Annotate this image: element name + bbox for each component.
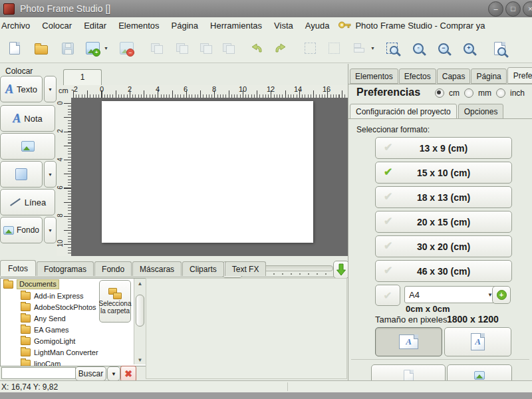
menu-colocar[interactable]: Colocar xyxy=(36,18,78,33)
tab-fotos[interactable]: Fotos xyxy=(0,260,36,276)
menu-editar[interactable]: Editar xyxy=(78,18,112,33)
save-icon xyxy=(62,43,74,55)
image-tool-button[interactable] xyxy=(0,133,55,160)
add-format-button[interactable]: + xyxy=(492,286,511,304)
buy-now-menu-item[interactable]: Photo Frame Studio - Comprar ya xyxy=(335,21,485,31)
search-button[interactable]: Buscar xyxy=(75,366,106,381)
format-18x13-button[interactable]: ✔18 x 13 (cm) xyxy=(375,186,512,208)
maximize-button[interactable]: □ xyxy=(505,1,521,17)
landscape-orientation-button[interactable]: A xyxy=(375,327,442,356)
scroll-down-icon[interactable]: ▼ xyxy=(134,355,146,364)
tree-item-label: LightMan Converter xyxy=(34,348,98,356)
zoom-selection-button[interactable] xyxy=(382,39,401,58)
menu-archivo[interactable]: Archivo xyxy=(0,18,36,33)
scroll-up-icon[interactable]: ▲ xyxy=(134,279,146,288)
tab-elementos[interactable]: Elementos xyxy=(350,68,398,84)
search-input[interactable] xyxy=(1,367,76,379)
clear-search-button[interactable]: ✖ xyxy=(120,366,136,382)
tree-item[interactable]: GomigoLight xyxy=(1,335,146,346)
note-tool-label: Nota xyxy=(24,114,42,124)
format-20x15-button[interactable]: ✔20 x 15 (cm) xyxy=(375,211,512,233)
format-30x20-button[interactable]: ✔30 x 20 (cm) xyxy=(375,235,512,257)
search-dropdown[interactable]: ▼ xyxy=(107,366,120,381)
paste-button[interactable] xyxy=(173,39,192,58)
menu-elementos[interactable]: Elementos xyxy=(112,18,165,33)
tab-capas[interactable]: Capas xyxy=(437,68,471,84)
radio-inch[interactable] xyxy=(496,88,505,98)
new-document-button[interactable] xyxy=(5,39,24,58)
background-tool-dropdown[interactable]: ▼ xyxy=(44,217,57,243)
page-tab-1[interactable]: 1 xyxy=(63,69,102,86)
note-tool-button[interactable]: ANota xyxy=(0,105,55,132)
copy-button[interactable] xyxy=(148,39,166,58)
tab-preferencias[interactable]: Preferencias xyxy=(507,67,532,84)
add-photo-button[interactable]: + xyxy=(83,39,102,58)
format-label: 13 x 9 (cm) xyxy=(420,143,467,154)
format-label: 30 x 20 (cm) xyxy=(417,241,470,252)
zoom-out-button[interactable]: − xyxy=(434,39,453,58)
format-46x30-button[interactable]: ✔46 x 30 (cm) xyxy=(375,260,512,282)
tab-efectos[interactable]: Efectos xyxy=(399,68,436,84)
tree-item[interactable]: LightMan Converter xyxy=(1,346,146,358)
document-page[interactable] xyxy=(102,101,313,243)
format-15x10-button[interactable]: ✔15 x 10 (cm) xyxy=(375,162,512,184)
photo-thumbnails-area[interactable] xyxy=(146,278,347,379)
menu-pagina[interactable]: Página xyxy=(166,18,204,33)
text-tool-button[interactable]: ATexto xyxy=(0,76,43,102)
select-folder-button[interactable]: Selecciona la carpeta xyxy=(99,280,131,323)
tree-item[interactable]: EA Games xyxy=(1,324,146,335)
delete-photo-button[interactable]: – xyxy=(117,39,136,58)
background-icon xyxy=(3,226,14,235)
scrollbar-thumb[interactable] xyxy=(136,295,144,327)
custom-format-check-button[interactable]: ✔ xyxy=(375,285,400,306)
paper-size-select[interactable]: A4 ▼ xyxy=(404,286,497,303)
folder-icon xyxy=(3,281,13,289)
shape-tool-dropdown[interactable]: ▼ xyxy=(44,161,57,188)
portrait-orientation-button[interactable]: A xyxy=(444,327,511,356)
select-region-button[interactable] xyxy=(301,39,319,58)
canvas-workspace[interactable] xyxy=(71,98,348,256)
text-tool-dropdown[interactable]: ▼ xyxy=(44,76,57,102)
undo-button[interactable] xyxy=(247,39,266,58)
format-13x9-button[interactable]: ✔13 x 9 (cm) xyxy=(375,137,512,159)
align-dropdown[interactable]: ▼ xyxy=(368,39,377,58)
send-backward-button[interactable] xyxy=(219,39,238,58)
format-label: 18 x 13 (cm) xyxy=(417,192,470,203)
green-down-arrow-icon xyxy=(336,263,346,277)
menu-herramientas[interactable]: Herramientas xyxy=(204,18,268,33)
open-button[interactable] xyxy=(32,39,51,58)
tab-pagina[interactable]: Página xyxy=(471,68,506,84)
align-button[interactable] xyxy=(350,39,368,58)
radio-mm[interactable] xyxy=(464,88,473,98)
zoom-fit-button[interactable]: ▫ xyxy=(409,39,428,58)
menu-ayuda[interactable]: Ayuda xyxy=(299,18,336,33)
bring-forward-button[interactable] xyxy=(197,39,215,58)
tab-cliparts[interactable]: Cliparts xyxy=(182,261,224,276)
paste-icon xyxy=(176,43,188,54)
line-icon xyxy=(10,198,21,206)
line-tool-button[interactable]: Línea xyxy=(0,189,55,215)
vertical-ruler: 0 2 4 6 8 10 xyxy=(57,98,71,256)
menu-bar: Archivo Colocar Editar Elementos Página … xyxy=(0,17,532,34)
close-button[interactable]: × xyxy=(523,1,532,17)
add-photo-dropdown[interactable]: ▼ xyxy=(102,39,110,58)
subtab-opciones[interactable]: Opciones xyxy=(458,104,504,119)
background-tool-button[interactable]: Fondo xyxy=(0,217,43,243)
radio-cm[interactable] xyxy=(435,88,444,98)
page-preview-button[interactable] xyxy=(490,39,509,58)
minimize-button[interactable]: – xyxy=(488,1,503,17)
landscape-page-icon: A xyxy=(399,334,418,349)
zoom-in-button[interactable]: + xyxy=(460,39,478,58)
tab-mascaras[interactable]: Máscaras xyxy=(132,261,182,276)
tab-fondo[interactable]: Fondo xyxy=(94,261,132,276)
tree-scrollbar[interactable]: ▲ ▼ xyxy=(134,279,146,364)
save-button[interactable] xyxy=(59,39,77,58)
load-photos-button[interactable] xyxy=(333,261,349,279)
tab-fotogramas[interactable]: Fotogramas xyxy=(37,261,94,276)
redo-button[interactable] xyxy=(271,39,290,58)
menu-vista[interactable]: Vista xyxy=(268,18,299,33)
tab-textfx[interactable]: Text FX xyxy=(225,261,267,276)
transform-button[interactable] xyxy=(325,39,343,58)
shape-tool-button[interactable] xyxy=(0,161,43,188)
subtab-configuracion[interactable]: Configuración del proyecto xyxy=(350,104,457,119)
